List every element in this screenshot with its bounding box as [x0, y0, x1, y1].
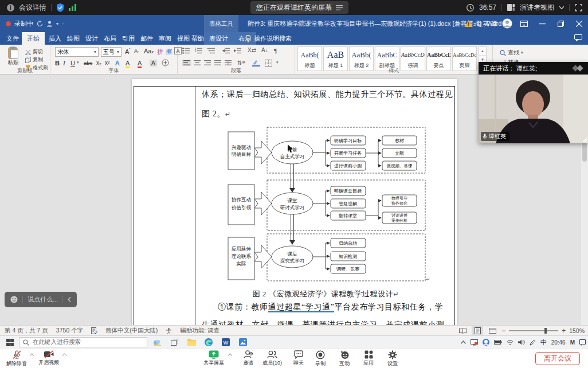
file-explorer-icon[interactable] [185, 336, 198, 349]
pen-tray-icon[interactable] [530, 339, 536, 346]
underline-button[interactable]: U [70, 60, 75, 66]
multilevel-list-button[interactable] [207, 48, 215, 54]
accessibility-status[interactable]: 辅助功能: 调查 [180, 327, 219, 335]
character-shading-button[interactable]: A [150, 60, 157, 66]
text-effects-button[interactable]: A [115, 60, 119, 66]
mic-options-caret[interactable] [30, 353, 34, 357]
zoom-slider-thumb[interactable] [544, 328, 547, 334]
superscript-button[interactable]: x² [105, 60, 109, 66]
enclose-number-button[interactable] [162, 59, 169, 66]
taskbar-search[interactable]: 在此键入进行搜索 [19, 337, 147, 347]
sort-button[interactable]: A↓ [261, 47, 268, 53]
font-name-combo[interactable]: 宋体▾ [55, 47, 99, 57]
warning-icon[interactable] [463, 15, 475, 32]
speaker-video-overlay[interactable]: 正在讲话： 谭红英; 谭红英 [479, 62, 588, 143]
strikethrough-button[interactable]: abc [84, 60, 92, 66]
signed-in-user[interactable]: 红英 谭 [475, 15, 500, 32]
settings-button[interactable]: 设置 [378, 350, 407, 367]
security-shield-icon[interactable] [56, 3, 64, 12]
cut-button[interactable]: 剪切 [25, 48, 43, 56]
sync-icon[interactable] [37, 21, 43, 27]
zoom-in-button[interactable]: + [562, 327, 566, 335]
ribbon-display-options-button[interactable] [515, 15, 533, 32]
font-size-combo[interactable]: 五号▾ [101, 47, 121, 57]
members-button[interactable]: 成员(10) [258, 350, 287, 367]
view-mode-selector[interactable]: 演讲者视图 [520, 3, 554, 13]
print-layout-button[interactable] [472, 326, 483, 335]
proofing-icon[interactable] [91, 327, 97, 334]
language-indicator[interactable]: 简体中文(中国大陆) [105, 327, 158, 335]
tab-home[interactable]: 开始 [22, 32, 45, 45]
avatar[interactable] [500, 15, 515, 32]
distribute-button[interactable] [225, 60, 232, 65]
align-right-button[interactable] [204, 60, 211, 65]
show-marks-button[interactable]: ¶ [274, 47, 277, 54]
info-icon[interactable]: i [7, 4, 14, 11]
decrease-indent-button[interactable] [222, 48, 230, 54]
shading-button[interactable] [252, 60, 260, 66]
web-layout-button[interactable] [487, 326, 498, 335]
emoji-icon[interactable] [10, 296, 18, 303]
find-button[interactable]: 查找▾ [500, 49, 523, 57]
wifi-icon[interactable] [507, 340, 513, 345]
align-left-button[interactable] [182, 60, 191, 66]
screen-share-tray-icon[interactable] [471, 339, 478, 346]
share-options-caret[interactable] [228, 353, 232, 357]
paste-button[interactable]: 粘贴 [3, 46, 23, 66]
italic-button[interactable]: I [63, 60, 65, 66]
increase-indent-button[interactable] [234, 48, 241, 54]
start-video-button[interactable]: 开启视频 [36, 350, 62, 366]
presence-icon[interactable] [46, 21, 53, 27]
restore-button[interactable] [551, 15, 570, 32]
start-button[interactable] [3, 336, 16, 349]
word-taskbar-icon[interactable]: W [219, 336, 233, 349]
asian-layout-button[interactable]: X⇄ [248, 47, 256, 53]
tray-clock[interactable]: 20:46 [551, 339, 566, 346]
im-tray-icon[interactable] [483, 339, 489, 346]
chat-input-placeholder[interactable]: 说点什么... [28, 295, 58, 304]
read-mode-button[interactable] [457, 326, 468, 335]
quick-chat-bubble[interactable]: 说点什么... [5, 292, 77, 307]
subscript-button[interactable]: x₂ [96, 60, 101, 66]
grow-font-button[interactable]: Aˆ [125, 48, 131, 55]
clear-format-button[interactable]: 擦 [166, 48, 172, 56]
phonetic-guide-button[interactable]: 拼 [157, 48, 163, 56]
shrink-font-button[interactable]: Aˇ [134, 48, 139, 55]
unmute-button[interactable]: 解除静音 [3, 350, 30, 367]
battery-icon[interactable] [494, 340, 502, 344]
fullscreen-icon[interactable] [575, 4, 582, 11]
tab-table-design[interactable]: 表设计 [204, 32, 233, 45]
photos-app-icon[interactable] [236, 336, 250, 349]
copy-button[interactable]: 复制 [25, 56, 43, 64]
tab-file[interactable]: 文件 [1, 32, 24, 45]
task-view-button[interactable] [167, 336, 181, 349]
page-indicator[interactable]: 第 4 页，共 7 页 [5, 327, 48, 335]
flowchart-figure[interactable]: 兴趣驱动明确目标 课前自主式学习 明确学习目标 开展学习任务 进行课前小测 教材… [224, 125, 430, 291]
meeting-details-button[interactable]: 会议详情 [19, 3, 46, 13]
zoom-level[interactable]: 150% [569, 327, 585, 334]
minimize-button[interactable] [533, 15, 551, 32]
edge-browser-icon[interactable] [202, 336, 215, 349]
share-screen-button[interactable]: 共享屏幕 [199, 350, 228, 367]
close-button[interactable] [570, 15, 588, 32]
volume-icon[interactable] [518, 339, 525, 345]
zoom-slider[interactable] [509, 330, 558, 331]
tray-expand-icon[interactable] [461, 340, 466, 344]
numbering-button[interactable]: 12 [195, 48, 202, 54]
chevron-down-icon[interactable]: ▾ [56, 21, 58, 26]
line-spacing-button[interactable]: ⇅≡ [237, 60, 245, 66]
document-page[interactable]: 体系；课后—归纳总结、知识拓展、能力提升三个环节。具体过程见 图 2。↵ [132, 79, 457, 325]
resize-handle[interactable] [581, 136, 587, 143]
justify-button[interactable] [214, 60, 221, 65]
underline-caret[interactable]: ▾ [77, 60, 79, 65]
ime-indicator[interactable]: 中 [540, 338, 547, 347]
bullets-button[interactable] [182, 48, 190, 54]
watching-banner[interactable]: 您正在观看谭红英的屏幕 [250, 1, 348, 14]
taskbar-widget-icon[interactable] [150, 336, 164, 349]
tell-me-box[interactable]: 操作说明搜索 [245, 32, 292, 45]
comments-icon[interactable] [574, 34, 582, 41]
borders-button[interactable] [265, 60, 272, 66]
zoom-out-button[interactable]: − [501, 327, 505, 335]
bold-button[interactable]: B [55, 60, 60, 66]
action-center-icon[interactable] [579, 339, 586, 346]
